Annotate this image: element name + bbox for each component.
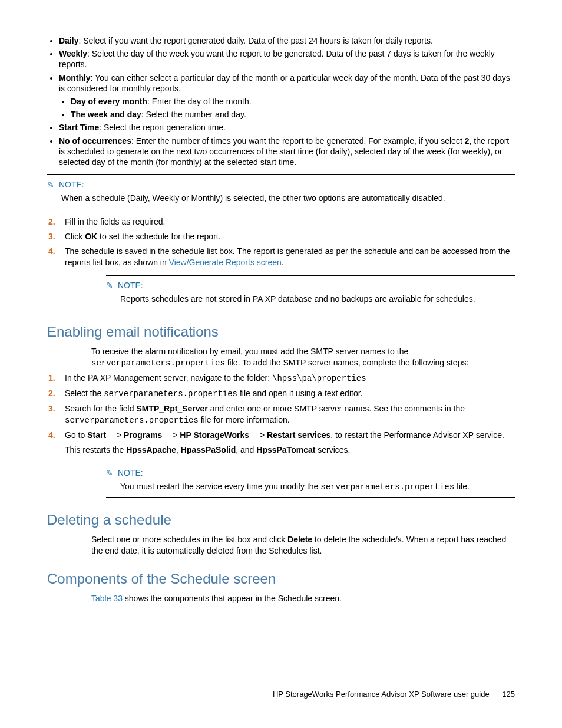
text: : Enter the day of the month.	[147, 97, 252, 106]
note-body: Reports schedules are not stored in PA X…	[120, 294, 515, 305]
text: The schedule is saved in the schedule li…	[65, 246, 510, 267]
text: Select the	[65, 388, 104, 398]
text: You must restart the service every time …	[120, 482, 320, 491]
text: : Enter the number of times you want the…	[131, 136, 465, 146]
text: , to restart the Performance Advisor XP …	[330, 430, 504, 440]
text: file.	[454, 482, 470, 491]
page-number: 125	[502, 690, 515, 699]
text: : Select the day of the week you want th…	[59, 49, 495, 69]
label-no-of-occurrences: No of occurrences	[59, 136, 131, 146]
list-item: Day of every month: Enter the day of the…	[71, 96, 515, 107]
label-start-time: Start Time	[59, 123, 99, 132]
note-icon: ✎	[47, 180, 57, 189]
label-week-and-day: The week and day	[71, 110, 141, 119]
text-bold: Programs	[124, 430, 162, 440]
paragraph: This restarts the HpssApache, HpassPaSol…	[65, 444, 515, 456]
page-content: Daily: Select if you want the report gen…	[0, 0, 562, 631]
text-bold: Delete	[287, 535, 312, 544]
text: To receive the alarm notification by ema…	[91, 347, 408, 356]
text: : Select if you want the report generate…	[78, 36, 432, 45]
code-text: serverparameters.properties	[104, 389, 237, 398]
list-item: Go to Start —> Programs —> HP StorageWor…	[61, 430, 515, 456]
text: .	[282, 258, 284, 267]
code-text: serverparameters.properties	[91, 358, 225, 368]
heading-components-schedule: Components of the Schedule screen	[47, 571, 515, 587]
list-item: Fill in the fields as required.	[61, 216, 515, 228]
label-day-of-month: Day of every month	[71, 97, 147, 106]
note-header: ✎ NOTE:	[106, 468, 515, 477]
note-body: You must restart the service every time …	[120, 481, 515, 493]
code-text: serverparameters.properties	[320, 482, 454, 492]
label-monthly: Monthly	[59, 73, 91, 83]
text: file for more information.	[199, 415, 290, 424]
text: services.	[315, 445, 350, 454]
text: —>	[249, 430, 267, 440]
monthly-sublist: Day of every month: Enter the day of the…	[59, 96, 515, 120]
text: Fill in the fields as required.	[65, 217, 165, 226]
text-bold: HpssPaTomcat	[256, 445, 315, 454]
note-block: ✎ NOTE: When a schedule (Daily, Weekly o…	[47, 174, 515, 209]
list-item: No of occurrences: Enter the number of t…	[59, 136, 515, 168]
paragraph: Table 33 shows the components that appea…	[91, 593, 515, 604]
heading-deleting-schedule: Deleting a schedule	[47, 512, 515, 528]
list-item: Click OK to set the schedule for the rep…	[61, 231, 515, 242]
text: file. To add the SMTP server names, comp…	[225, 358, 468, 367]
text: ,	[176, 445, 181, 454]
page-footer: HP StorageWorks Performance Advisor XP S…	[273, 690, 515, 699]
text: : Select the number and day.	[141, 110, 246, 119]
list-item: Weekly: Select the day of the week you w…	[59, 48, 515, 70]
text: , and	[236, 445, 256, 454]
text: file and open it using a text editor.	[237, 388, 362, 398]
label-weekly: Weekly	[59, 49, 87, 58]
list-item: The schedule is saved in the schedule li…	[61, 246, 515, 268]
footer-text: HP StorageWorks Performance Advisor XP S…	[273, 690, 490, 699]
list-item: Daily: Select if you want the report gen…	[59, 35, 515, 46]
text: Search for the field	[65, 404, 136, 413]
note-label: NOTE:	[118, 468, 143, 477]
text: —>	[162, 430, 180, 440]
text-bold: HpassPaSolid	[181, 445, 236, 454]
list-item: Start Time: Select the report generation…	[59, 122, 515, 133]
text-bold: SMTP_Rpt_Server	[136, 404, 207, 413]
note-body: When a schedule (Daily, Weekly or Monthl…	[61, 193, 515, 204]
list-item: The week and day: Select the number and …	[71, 109, 515, 120]
note-header: ✎ NOTE:	[47, 180, 515, 189]
text-bold: Restart services	[267, 430, 330, 440]
text-bold: OK	[85, 232, 97, 241]
note-label: NOTE:	[118, 281, 143, 290]
schedule-steps-list: Fill in the fields as required. Click OK…	[47, 216, 515, 268]
text: to set the schedule for the report.	[97, 232, 220, 241]
schedule-options-list: Daily: Select if you want the report gen…	[47, 35, 515, 167]
text: Go to	[65, 430, 87, 440]
note-header: ✎ NOTE:	[106, 281, 515, 290]
paragraph: To receive the alarm notification by ema…	[91, 346, 515, 369]
link-view-generate-reports[interactable]: View/Generate Reports screen	[169, 258, 282, 267]
text: Select one or more schedules in the list…	[91, 535, 287, 544]
heading-enabling-email: Enabling email notifications	[47, 324, 515, 340]
note-icon: ✎	[106, 281, 115, 290]
email-steps-list: In the PA XP Management server, navigate…	[47, 373, 515, 455]
text: In the PA XP Management server, navigate…	[65, 373, 272, 383]
list-item: Search for the field SMTP_Rpt_Server and…	[61, 403, 515, 426]
paragraph: Select one or more schedules in the list…	[91, 534, 515, 556]
text-bold: HpssApache	[126, 445, 176, 454]
text: This restarts the	[65, 445, 126, 454]
text: Click	[65, 232, 85, 241]
text-bold: Start	[87, 430, 106, 440]
text: and enter one or more SMTP server names.…	[208, 404, 465, 413]
list-item: Monthly: You can either select a particu…	[59, 73, 515, 120]
code-text: serverparameters.properties	[65, 416, 199, 425]
text-bold: HP StorageWorks	[180, 430, 249, 440]
list-item: In the PA XP Management server, navigate…	[61, 373, 515, 384]
text: shows the components that appear in the …	[123, 594, 342, 603]
note-block: ✎ NOTE: Reports schedules are not stored…	[106, 275, 515, 310]
code-text: \hpss\pa\properties	[272, 374, 366, 383]
text: : You can either select a particular day…	[59, 73, 510, 93]
text: —>	[106, 430, 124, 440]
text: : Select the report generation time.	[99, 123, 226, 132]
note-label: NOTE:	[59, 180, 84, 189]
note-icon: ✎	[106, 468, 115, 477]
link-table-33[interactable]: Table 33	[91, 594, 123, 603]
label-daily: Daily	[59, 36, 78, 45]
note-block: ✎ NOTE: You must restart the service eve…	[106, 463, 515, 498]
